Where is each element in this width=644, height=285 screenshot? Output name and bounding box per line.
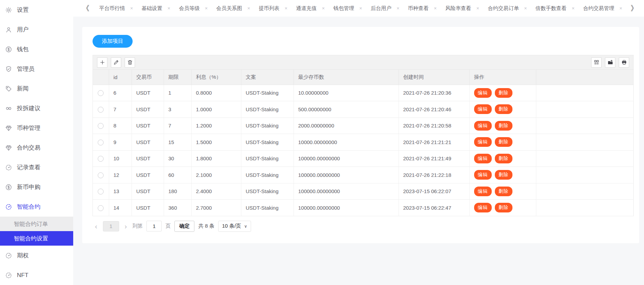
delete-button[interactable]: 删除 — [495, 203, 512, 212]
edit-button[interactable]: 编辑 — [474, 203, 492, 212]
cell-coin: USDT — [132, 134, 164, 151]
tab-close-icon[interactable]: × — [285, 6, 287, 11]
tab-close-icon[interactable]: × — [619, 6, 622, 11]
tab-close-icon[interactable]: × — [477, 6, 479, 11]
sidebar-subitem[interactable]: 智能合约设置 — [0, 231, 73, 246]
sidebar-item[interactable]: 钱包 — [0, 39, 73, 59]
current-page-badge[interactable]: 1 — [103, 221, 119, 231]
tab-item[interactable]: 提币列表× — [254, 5, 291, 12]
tab-close-icon[interactable]: × — [247, 6, 250, 11]
print-tool-button[interactable] — [619, 57, 629, 68]
next-page-icon[interactable]: › — [123, 223, 129, 230]
edit-tool-button[interactable] — [111, 57, 121, 68]
row-radio-button[interactable] — [98, 156, 104, 162]
tab-item[interactable]: 倍数手数查看× — [531, 5, 578, 12]
tab-close-icon[interactable]: × — [322, 6, 325, 11]
tab-item[interactable]: 会员等级× — [174, 5, 211, 12]
prev-page-icon[interactable]: ‹ — [93, 223, 99, 230]
sidebar-item[interactable]: NFT — [0, 265, 73, 285]
sidebar-item-label: 新闻 — [17, 85, 29, 93]
column-header: 创建时间 — [398, 70, 469, 85]
sidebar-item[interactable]: 新闻 — [0, 79, 73, 98]
row-radio-button[interactable] — [98, 205, 104, 211]
radio-cell — [93, 167, 109, 183]
sidebar-item[interactable]: 设置 — [0, 0, 73, 20]
delete-tool-button[interactable] — [125, 57, 135, 68]
tab-item[interactable]: 合约交易订单× — [483, 5, 530, 12]
filler-column-header — [536, 70, 633, 85]
edit-button[interactable]: 编辑 — [474, 121, 492, 131]
table-header-row: id交易币期限利息（%）文案最少存币数创建时间操作 — [93, 70, 633, 85]
delete-button[interactable]: 删除 — [495, 170, 512, 180]
delete-button[interactable]: 删除 — [495, 137, 512, 147]
edit-button[interactable]: 编辑 — [474, 88, 492, 98]
tab-item[interactable]: 通道充值× — [291, 5, 328, 12]
cell-filler — [536, 167, 633, 183]
edit-button[interactable]: 编辑 — [474, 137, 492, 147]
tab-close-icon[interactable]: × — [572, 6, 575, 11]
sidebar-item[interactable]: 期权 — [0, 246, 73, 265]
add-tool-button[interactable] — [97, 57, 107, 68]
sidebar-subitem[interactable]: 智能合约订单 — [0, 217, 73, 231]
sidebar-item[interactable]: 智能合约 — [0, 197, 73, 217]
tag-icon — [5, 85, 12, 92]
row-radio-button[interactable] — [98, 140, 104, 145]
row-radio-button[interactable] — [98, 189, 104, 194]
sidebar-item[interactable]: 币种管理 — [0, 118, 73, 138]
sidebar-item[interactable]: 合约交易 — [0, 138, 73, 158]
delete-button[interactable]: 删除 — [495, 88, 512, 98]
tab-close-icon[interactable]: × — [434, 6, 437, 11]
page-size-select[interactable]: 10 条/页 ∨ — [218, 221, 251, 232]
row-radio-button[interactable] — [98, 107, 104, 113]
tab-item[interactable]: 基础设置× — [137, 5, 174, 12]
column-header: 文案 — [241, 70, 294, 85]
sidebar-item[interactable]: 管理员 — [0, 59, 73, 79]
tab-item[interactable]: 币种查看× — [403, 5, 440, 12]
sidebar-item[interactable]: 新币申购 — [0, 177, 73, 197]
delete-button[interactable]: 删除 — [495, 187, 512, 196]
confirm-page-button[interactable]: 确定 — [174, 221, 194, 232]
tab-item[interactable]: 后台用户× — [366, 5, 403, 12]
filter-columns-tool-button[interactable] — [591, 57, 602, 68]
export-tool-button[interactable] — [605, 57, 615, 68]
sidebar-item[interactable]: 投拆建议 — [0, 98, 73, 118]
tab-close-icon[interactable]: × — [359, 6, 362, 11]
row-radio-button[interactable] — [98, 90, 104, 96]
tab-item[interactable]: 会员关系图× — [211, 5, 253, 12]
cell-created-at: 2021-07-26 21:20:46 — [398, 101, 469, 118]
edit-button[interactable]: 编辑 — [474, 154, 492, 163]
tab-close-icon[interactable]: × — [396, 6, 399, 11]
tab-item[interactable]: 风险率查看× — [441, 5, 483, 12]
goto-page-input[interactable] — [146, 221, 162, 231]
row-radio-button[interactable] — [98, 172, 104, 178]
delete-button[interactable]: 删除 — [495, 121, 512, 131]
clock-icon — [5, 272, 12, 279]
scroll-tabs-right-icon[interactable]: 》 — [628, 3, 641, 13]
edit-button[interactable]: 编辑 — [474, 187, 492, 196]
cell-filler — [536, 200, 633, 216]
sidebar-item[interactable]: 用户 — [0, 20, 73, 39]
tab-item[interactable]: 平台币行情× — [94, 5, 136, 12]
column-header: 期限 — [164, 70, 191, 85]
sidebar-item[interactable]: 记录查看 — [0, 158, 73, 177]
add-project-button[interactable]: 添加项目 — [93, 35, 133, 48]
shield-icon — [5, 66, 12, 73]
columns-icon — [594, 59, 599, 65]
tab-close-icon[interactable]: × — [130, 6, 133, 11]
row-radio-button[interactable] — [98, 123, 104, 129]
tab-label: 合约交易订单 — [488, 5, 519, 12]
edit-button[interactable]: 编辑 — [474, 170, 492, 180]
table-row: 7USDT31.0000USDT-Staking500.000000002021… — [93, 101, 633, 118]
cell-id: 10 — [109, 150, 132, 167]
tab-item[interactable]: 合约交易管理× — [578, 5, 626, 12]
delete-button[interactable]: 删除 — [495, 154, 512, 163]
delete-button[interactable]: 删除 — [495, 104, 512, 114]
tab-close-icon[interactable]: × — [205, 6, 208, 11]
tab-close-icon[interactable]: × — [524, 6, 527, 11]
scroll-tabs-left-icon[interactable]: 《 — [79, 3, 92, 13]
tab-item[interactable]: 钱包管理× — [328, 5, 365, 12]
tab-label: 会员等级 — [179, 5, 200, 12]
edit-button[interactable]: 编辑 — [474, 104, 492, 114]
tab-close-icon[interactable]: × — [167, 6, 170, 11]
cell-created-at: 2021-07-26 21:20:36 — [398, 85, 469, 101]
